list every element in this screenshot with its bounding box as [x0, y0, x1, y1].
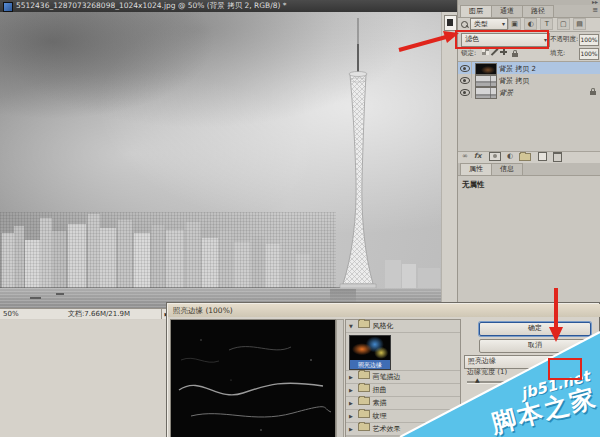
lock-icon: [590, 91, 596, 95]
filter-shape-icon[interactable]: ▢: [557, 18, 570, 30]
tab-properties[interactable]: 属性: [460, 163, 492, 175]
preview-scrollbar[interactable]: [336, 319, 344, 437]
layer-name[interactable]: 背景 拷贝 2: [499, 64, 536, 74]
no-properties-text: 无属性: [458, 176, 600, 194]
tab-channels[interactable]: 通道: [491, 5, 523, 17]
folder-icon: [358, 371, 370, 379]
boat: [56, 293, 64, 295]
tab-paths[interactable]: 路径: [522, 5, 554, 17]
layers-panel-footer: ∞ fx ◐: [458, 150, 600, 164]
adjustment-layer-icon[interactable]: ◐: [507, 150, 513, 162]
filter-type-icon[interactable]: T: [540, 18, 553, 30]
layer-row-bg-copy[interactable]: 背景 拷贝: [458, 74, 600, 86]
cancel-button[interactable]: 取消: [479, 339, 591, 353]
thumbnail-image: [350, 336, 390, 360]
lock-icons: [482, 48, 516, 57]
search-icon: [461, 21, 468, 28]
chevron-right-icon: ▶: [349, 371, 356, 383]
chevron-down-icon: ▼: [349, 320, 356, 332]
visibility-toggle[interactable]: [458, 86, 472, 98]
delete-layer-icon[interactable]: [553, 152, 562, 162]
doc-size-field: 文档:7.66M/21.9M: [37, 309, 162, 319]
boat: [30, 297, 41, 299]
panel-menu-icon[interactable]: ≡: [592, 6, 598, 14]
new-group-icon[interactable]: [519, 153, 531, 161]
thumbnail-caption: 照亮边缘: [350, 360, 390, 369]
lock-all-icon[interactable]: [512, 53, 518, 57]
new-layer-icon[interactable]: [538, 152, 547, 161]
chevron-down-icon: ▾: [502, 19, 505, 29]
edge-width-slider[interactable]: ▲: [467, 381, 533, 384]
folder-icon: [358, 397, 370, 405]
fill-value[interactable]: 100%: [579, 48, 599, 60]
collapsed-panel-icon[interactable]: [444, 15, 457, 31]
layer-list: 背景 拷贝 2 背景 拷贝 背景: [458, 61, 600, 152]
tab-layers[interactable]: 图层: [460, 5, 492, 17]
stylize-items: 照亮边缘: [346, 333, 460, 371]
layer-row-bg-copy2[interactable]: 背景 拷贝 2: [458, 62, 600, 74]
eye-icon: [460, 65, 470, 72]
edge-width-label: 边缘宽度 (1): [467, 367, 507, 377]
layer-name[interactable]: 背景 拷贝: [499, 76, 529, 86]
folder-icon: [358, 384, 370, 392]
properties-panel-tabs: 属性 信息: [458, 163, 600, 176]
folder-icon: [358, 410, 370, 418]
filter-type-icons: ▣ ◐ T ▢ ▤: [508, 18, 587, 30]
glowing-edges-thumbnail[interactable]: 照亮边缘: [349, 335, 391, 370]
document-titlebar[interactable]: 5512436_1287073268098_1024x1024.jpg @ 50…: [0, 0, 457, 12]
glowing-edges-dialog: 照亮边缘 (100%) ▼ 风格化 照亮边缘: [166, 302, 600, 437]
image-canvas[interactable]: [0, 12, 441, 308]
opacity-label: 不透明度:: [550, 35, 578, 44]
chevron-right-icon: ▶: [349, 397, 356, 409]
zoom-field[interactable]: 50%: [0, 309, 40, 319]
fill-label: 填充:: [550, 49, 565, 58]
chevron-right-icon: ▶: [349, 384, 356, 396]
layer-name[interactable]: 背景: [499, 88, 513, 98]
blend-mode-select[interactable]: 滤色 ▾: [461, 33, 550, 47]
filter-smart-icon[interactable]: ▤: [573, 18, 586, 30]
opacity-value[interactable]: 100%: [579, 34, 599, 46]
photoshop-window: 5512436_1287073268098_1024x1024.jpg @ 50…: [0, 0, 600, 437]
link-layers-icon[interactable]: ∞: [462, 150, 468, 162]
lock-transparency-icon[interactable]: [482, 48, 489, 55]
eye-icon: [460, 89, 470, 96]
preview-edges: [171, 320, 335, 437]
folder-icon: [358, 423, 370, 431]
layer-row-background[interactable]: 背景: [458, 86, 600, 98]
filter-preview[interactable]: [170, 319, 336, 437]
ok-button[interactable]: 确定: [479, 322, 591, 336]
visibility-toggle[interactable]: [458, 62, 472, 74]
dialog-titlebar[interactable]: 照亮边缘 (100%): [168, 304, 600, 317]
document-icon: [3, 2, 13, 12]
add-mask-icon[interactable]: [489, 152, 501, 161]
edge-width-value[interactable]: [553, 364, 578, 377]
visibility-toggle[interactable]: [458, 74, 472, 86]
folder-icon: [358, 320, 370, 328]
filter-image-icon[interactable]: ▣: [508, 18, 521, 30]
canton-tower: [312, 14, 404, 290]
lock-position-icon[interactable]: [500, 48, 507, 55]
category-stylize[interactable]: ▼ 风格化: [346, 320, 460, 333]
tab-info[interactable]: 信息: [491, 163, 523, 175]
filter-category-list: ▼ 风格化 照亮边缘 ▶ 画笔描边 ▶ 扭曲 ▶: [345, 319, 461, 437]
chevron-right-icon: ▶: [349, 410, 356, 422]
lock-label: 锁定:: [461, 49, 476, 58]
eye-icon: [460, 77, 470, 84]
chevron-right-icon: ▶: [349, 423, 356, 435]
chevron-down-icon: ▾: [544, 34, 547, 45]
category-artistic[interactable]: ▶ 艺术效果: [346, 423, 460, 436]
lock-pixels-icon[interactable]: [491, 48, 498, 55]
layer-thumbnail[interactable]: [475, 87, 497, 99]
filter-adjustment-icon[interactable]: ◐: [524, 18, 537, 30]
slider-handle-icon[interactable]: ▲: [475, 376, 480, 383]
layer-filter-row: 类型 ▾ ▣ ◐ T ▢ ▤: [458, 17, 600, 32]
document-title: 5512436_1287073268098_1024x1024.jpg @ 50…: [16, 0, 287, 12]
layer-style-icon[interactable]: fx: [474, 150, 482, 162]
filter-kind-select[interactable]: 类型 ▾: [470, 18, 508, 30]
